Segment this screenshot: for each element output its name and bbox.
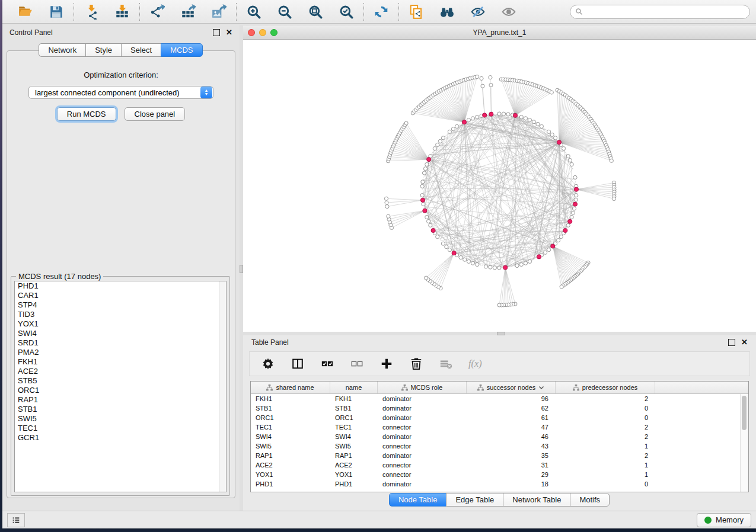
open-file-button[interactable] — [17, 3, 34, 21]
network-node[interactable] — [433, 147, 436, 150]
network-node[interactable] — [463, 258, 467, 261]
mcds-result-item[interactable]: PHD1 — [15, 281, 226, 291]
float-panel-icon[interactable] — [213, 29, 220, 36]
network-node[interactable] — [441, 242, 445, 245]
optimization-criterion-select[interactable]: largest connected component (undirected)… — [28, 86, 213, 99]
mcds-result-item[interactable]: CAR1 — [15, 291, 226, 300]
memory-button[interactable]: Memory — [697, 513, 751, 527]
mcds-network-node[interactable] — [489, 112, 493, 116]
network-node[interactable] — [476, 262, 479, 266]
network-node[interactable] — [547, 248, 551, 252]
network-node[interactable] — [385, 201, 388, 204]
network-node[interactable] — [476, 115, 479, 118]
network-node[interactable] — [422, 171, 426, 175]
mcds-network-node[interactable] — [568, 219, 572, 223]
search-box[interactable] — [570, 5, 750, 19]
first-neighbors-button[interactable] — [438, 3, 456, 21]
network-node[interactable] — [497, 112, 501, 116]
network-node[interactable] — [420, 184, 424, 188]
network-node[interactable] — [497, 266, 501, 270]
table-scrollbar-thumb[interactable] — [742, 396, 747, 430]
network-node[interactable] — [532, 120, 535, 124]
network-node[interactable] — [436, 235, 439, 239]
network-node[interactable] — [524, 117, 527, 120]
network-node[interactable] — [476, 75, 479, 79]
network-node[interactable] — [570, 162, 573, 166]
table-row[interactable]: PHD1PHD1dominator180 — [251, 479, 748, 489]
mcds-result-item[interactable]: ORC1 — [15, 386, 226, 395]
mcds-result-item[interactable]: SRD1 — [15, 338, 226, 348]
select-all-rows-button[interactable] — [320, 356, 335, 371]
network-node[interactable] — [571, 211, 575, 214]
network-node[interactable] — [448, 130, 451, 133]
network-node[interactable] — [459, 256, 462, 259]
table-row[interactable]: SWI5SWI5connector431 — [251, 441, 748, 451]
table-row[interactable]: ACE2ACE2connector311 — [251, 460, 748, 470]
table-row[interactable]: RAP1RAP1dominator352 — [251, 451, 748, 460]
network-node[interactable] — [429, 223, 432, 227]
network-node[interactable] — [404, 121, 408, 125]
network-node[interactable] — [574, 198, 578, 201]
hide-selected-button[interactable] — [469, 3, 487, 21]
export-table-button[interactable] — [179, 3, 197, 21]
tab-select[interactable]: Select — [121, 43, 161, 57]
network-node[interactable] — [489, 76, 492, 79]
mcds-network-node[interactable] — [563, 228, 567, 232]
mcds-result-item[interactable]: TID3 — [15, 310, 226, 319]
network-node[interactable] — [566, 223, 570, 227]
mcds-network-node[interactable] — [452, 251, 456, 255]
network-node[interactable] — [497, 303, 501, 307]
import-table-button[interactable] — [113, 3, 131, 21]
mcds-network-node[interactable] — [574, 187, 578, 191]
column-header-successor-nodes[interactable]: successor nodes — [467, 382, 556, 393]
mcds-network-node[interactable] — [537, 255, 541, 259]
run-mcds-button[interactable]: Run MCDS — [57, 107, 116, 121]
mcds-network-node[interactable] — [423, 209, 427, 213]
column-header-shared-name[interactable]: shared name — [251, 382, 330, 393]
table-tab-node-table[interactable]: Node Table — [389, 493, 447, 507]
network-node[interactable] — [489, 84, 493, 87]
network-node[interactable] — [528, 259, 531, 263]
network-node[interactable] — [489, 265, 492, 269]
network-node[interactable] — [573, 175, 577, 179]
mcds-result-item[interactable]: STB1 — [15, 405, 226, 414]
refresh-view-button[interactable] — [372, 3, 390, 21]
close-panel-icon[interactable]: ✕ — [226, 30, 232, 36]
network-node[interactable] — [427, 219, 430, 223]
network-node[interactable] — [560, 285, 563, 289]
close-panel-button[interactable]: Close panel — [125, 107, 186, 121]
network-node[interactable] — [420, 194, 424, 197]
network-node[interactable] — [612, 197, 615, 200]
network-node[interactable] — [610, 159, 613, 162]
mcds-network-node[interactable] — [427, 158, 431, 162]
mcds-result-item[interactable]: STB5 — [15, 376, 226, 386]
mcds-result-item[interactable]: TEC1 — [15, 424, 226, 433]
network-node[interactable] — [524, 261, 527, 265]
mcds-result-scrollbar[interactable] — [219, 281, 226, 492]
network-node[interactable] — [445, 245, 448, 249]
mcds-network-node[interactable] — [551, 244, 555, 248]
zoom-in-button[interactable] — [245, 3, 263, 21]
mcds-network-node[interactable] — [557, 140, 561, 145]
network-node[interactable] — [422, 203, 425, 206]
network-node[interactable] — [467, 259, 470, 263]
network-node[interactable] — [562, 147, 566, 150]
close-table-panel-icon[interactable]: ✕ — [741, 339, 748, 345]
network-node[interactable] — [572, 207, 576, 210]
network-node[interactable] — [425, 162, 429, 166]
table-row[interactable]: YOX1YOX1connector291 — [251, 470, 748, 479]
network-node[interactable] — [568, 158, 572, 162]
network-node[interactable] — [423, 167, 427, 171]
network-node[interactable] — [484, 265, 487, 268]
network-node[interactable] — [436, 143, 439, 146]
network-node[interactable] — [385, 205, 389, 209]
mcds-network-node[interactable] — [503, 265, 508, 270]
search-input[interactable] — [586, 7, 745, 17]
network-view-titlebar[interactable]: YPA_prune.txt_1 — [243, 26, 756, 40]
network-node[interactable] — [506, 113, 510, 116]
column-header-predecessor-nodes[interactable]: predecessor nodes — [556, 382, 655, 393]
tab-style[interactable]: Style — [85, 43, 122, 57]
network-node[interactable] — [570, 215, 573, 219]
delete-column-button[interactable] — [409, 356, 424, 371]
mcds-result-item[interactable]: ACE2 — [15, 367, 226, 376]
